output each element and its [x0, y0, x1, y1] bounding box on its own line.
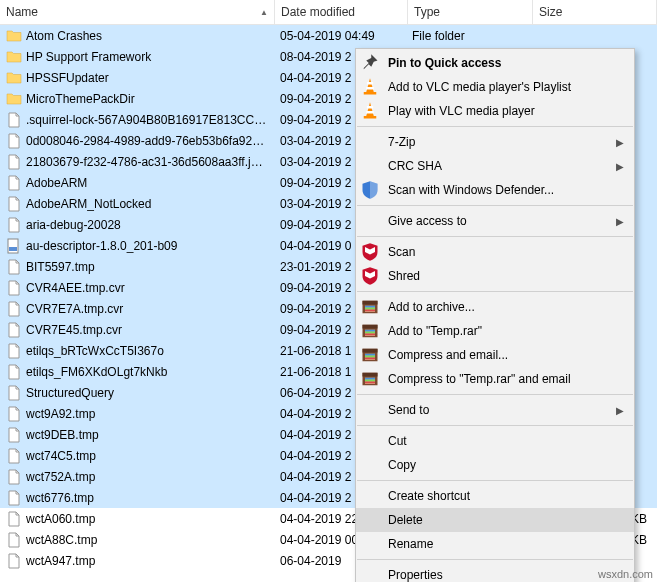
blank-icon — [360, 455, 380, 475]
menu-item-copy[interactable]: Copy — [356, 453, 634, 477]
menu-item-add-to-archive[interactable]: Add to archive... — [356, 295, 634, 319]
menu-label: Shred — [388, 269, 624, 283]
menu-label: Give access to — [388, 214, 608, 228]
col-date[interactable]: Date modified — [275, 0, 408, 24]
file-name: Atom Crashes — [26, 29, 102, 43]
menu-item-properties[interactable]: Properties — [356, 563, 634, 582]
chevron-right-icon: ▶ — [616, 137, 624, 148]
file-icon — [6, 469, 22, 485]
svg-rect-15 — [363, 325, 378, 329]
svg-rect-1 — [9, 247, 17, 251]
file-name: HPSSFUpdater — [26, 71, 109, 85]
rar-icon — [360, 369, 380, 389]
svg-rect-4 — [366, 87, 374, 90]
menu-label: CRC SHA — [388, 159, 608, 173]
menu-item-add-to-temp-rar[interactable]: Add to "Temp.rar" — [356, 319, 634, 343]
folder-icon — [6, 70, 22, 86]
file-name: wct9DEB.tmp — [26, 428, 99, 442]
file-icon — [6, 133, 22, 149]
mcafee-icon — [360, 242, 380, 262]
blank-icon — [360, 510, 380, 530]
blank-icon — [360, 211, 380, 231]
svg-rect-31 — [365, 382, 375, 384]
blank-icon — [360, 400, 380, 420]
file-name: .squirrel-lock-567A904B80B16917E813CC… — [26, 113, 266, 127]
menu-separator — [357, 394, 633, 395]
column-header[interactable]: Name ▲ Date modified Type Size — [0, 0, 657, 25]
svg-rect-6 — [367, 106, 373, 109]
file-icon — [6, 532, 22, 548]
menu-item-rename[interactable]: Rename — [356, 532, 634, 556]
menu-label: Pin to Quick access — [388, 56, 624, 70]
watermark: wsxdn.com — [598, 568, 653, 580]
menu-item-delete[interactable]: Delete — [356, 508, 634, 532]
rar-icon — [360, 345, 380, 365]
file-type: File folder — [406, 29, 530, 43]
file-name: wctA88C.tmp — [26, 533, 97, 547]
file-icon — [6, 364, 22, 380]
vlc-icon — [360, 101, 380, 121]
file-icon — [6, 385, 22, 401]
menu-item-7-zip[interactable]: 7-Zip▶ — [356, 130, 634, 154]
menu-label: Cut — [388, 434, 624, 448]
file-name: AdobeARM — [26, 176, 87, 190]
context-menu[interactable]: Pin to Quick accessAdd to VLC media play… — [355, 48, 635, 582]
file-name: wctA947.tmp — [26, 554, 95, 568]
menu-label: Copy — [388, 458, 624, 472]
file-icon — [6, 490, 22, 506]
menu-item-send-to[interactable]: Send to▶ — [356, 398, 634, 422]
blank-icon — [360, 486, 380, 506]
folder-icon — [6, 28, 22, 44]
col-type[interactable]: Type — [408, 0, 533, 24]
menu-item-play-with-vlc-media-player[interactable]: Play with VLC media player — [356, 99, 634, 123]
file-name: StructuredQuery — [26, 386, 114, 400]
table-row[interactable]: Atom Crashes05-04-2019 04:49File folder — [0, 25, 657, 46]
col-name-label: Name — [6, 5, 38, 19]
svg-rect-24 — [365, 356, 375, 358]
file-icon — [6, 553, 22, 569]
menu-separator — [357, 425, 633, 426]
svg-rect-29 — [365, 378, 375, 380]
file-icon — [6, 280, 22, 296]
menu-item-create-shortcut[interactable]: Create shortcut — [356, 484, 634, 508]
file-icon — [6, 406, 22, 422]
svg-rect-18 — [365, 332, 375, 334]
file-name: MicroThemePackDir — [26, 92, 135, 106]
menu-label: Play with VLC media player — [388, 104, 624, 118]
menu-item-cut[interactable]: Cut — [356, 429, 634, 453]
menu-item-shred[interactable]: Shred — [356, 264, 634, 288]
file-name: AdobeARM_NotLocked — [26, 197, 151, 211]
blank-icon — [360, 565, 380, 582]
menu-label: Send to — [388, 403, 608, 417]
file-icon — [6, 322, 22, 338]
file-icon — [6, 448, 22, 464]
file-name: CVR7E7A.tmp.cvr — [26, 302, 123, 316]
col-name[interactable]: Name ▲ — [0, 0, 275, 24]
menu-item-pin-to-quick-access[interactable]: Pin to Quick access — [356, 51, 634, 75]
svg-rect-5 — [364, 116, 377, 119]
menu-item-add-to-vlc-media-player-s-playlist[interactable]: Add to VLC media player's Playlist — [356, 75, 634, 99]
menu-item-scan-with-windows-defender[interactable]: Scan with Windows Defender... — [356, 178, 634, 202]
folder-icon — [6, 91, 22, 107]
menu-label: Delete — [388, 513, 624, 527]
menu-item-crc-sha[interactable]: CRC SHA▶ — [356, 154, 634, 178]
svg-rect-3 — [367, 82, 373, 85]
file-icon — [6, 511, 22, 527]
file-date: 05-04-2019 04:49 — [274, 29, 406, 43]
file-icon — [6, 259, 22, 275]
svg-rect-25 — [365, 358, 375, 360]
col-size[interactable]: Size — [533, 0, 657, 24]
menu-separator — [357, 559, 633, 560]
menu-label: Add to "Temp.rar" — [388, 324, 624, 338]
menu-label: Rename — [388, 537, 624, 551]
xml-icon — [6, 238, 22, 254]
menu-item-give-access-to[interactable]: Give access to▶ — [356, 209, 634, 233]
shield-icon — [360, 180, 380, 200]
menu-item-compress-and-email[interactable]: Compress and email... — [356, 343, 634, 367]
menu-item-compress-to-temp-rar-and-email[interactable]: Compress to "Temp.rar" and email — [356, 367, 634, 391]
menu-label: Properties — [388, 568, 624, 582]
menu-label: Scan with Windows Defender... — [388, 183, 624, 197]
menu-item-scan[interactable]: Scan — [356, 240, 634, 264]
chevron-right-icon: ▶ — [616, 161, 624, 172]
svg-rect-17 — [365, 330, 375, 332]
